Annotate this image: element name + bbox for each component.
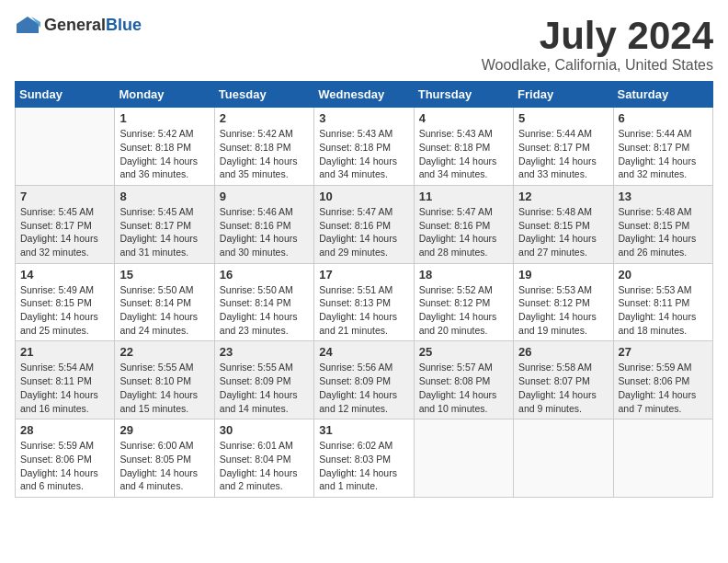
calendar-cell: 19Sunrise: 5:53 AM Sunset: 8:12 PM Dayli… xyxy=(514,263,613,341)
calendar-cell: 29Sunrise: 6:00 AM Sunset: 8:05 PM Dayli… xyxy=(115,419,214,498)
day-number: 26 xyxy=(518,345,608,359)
day-info: Sunrise: 5:43 AM Sunset: 8:18 PM Dayligh… xyxy=(419,127,508,181)
day-info: Sunrise: 5:54 AM Sunset: 8:11 PM Dayligh… xyxy=(20,361,109,415)
day-info: Sunrise: 5:43 AM Sunset: 8:18 PM Dayligh… xyxy=(319,127,408,181)
day-number: 21 xyxy=(20,345,109,359)
calendar-week-2: 7Sunrise: 5:45 AM Sunset: 8:17 PM Daylig… xyxy=(16,185,713,263)
day-number: 3 xyxy=(319,111,408,125)
day-info: Sunrise: 5:44 AM Sunset: 8:17 PM Dayligh… xyxy=(518,127,608,181)
day-number: 17 xyxy=(319,268,408,282)
day-number: 14 xyxy=(20,268,109,282)
day-info: Sunrise: 6:02 AM Sunset: 8:03 PM Dayligh… xyxy=(319,439,408,493)
day-number: 13 xyxy=(619,190,708,203)
calendar-cell: 21Sunrise: 5:54 AM Sunset: 8:11 PM Dayli… xyxy=(16,341,115,419)
day-info: Sunrise: 5:47 AM Sunset: 8:16 PM Dayligh… xyxy=(319,205,408,259)
main-title: July 2024 xyxy=(482,15,713,57)
weekday-header-friday: Friday xyxy=(514,82,613,108)
calendar-cell: 17Sunrise: 5:51 AM Sunset: 8:13 PM Dayli… xyxy=(314,263,414,341)
day-info: Sunrise: 5:42 AM Sunset: 8:18 PM Dayligh… xyxy=(119,127,209,181)
day-number: 5 xyxy=(518,111,608,125)
calendar-cell: 16Sunrise: 5:50 AM Sunset: 8:14 PM Dayli… xyxy=(214,263,313,341)
weekday-header-tuesday: Tuesday xyxy=(214,82,313,108)
calendar-cell: 25Sunrise: 5:57 AM Sunset: 8:08 PM Dayli… xyxy=(414,341,513,419)
day-number: 16 xyxy=(220,268,309,282)
day-number: 25 xyxy=(419,345,508,359)
day-number: 18 xyxy=(419,268,508,282)
day-info: Sunrise: 5:50 AM Sunset: 8:14 PM Dayligh… xyxy=(220,283,309,338)
weekday-header-sunday: Sunday xyxy=(16,82,115,108)
day-number: 12 xyxy=(518,190,608,203)
calendar-cell xyxy=(514,419,613,498)
calendar-cell: 31Sunrise: 6:02 AM Sunset: 8:03 PM Dayli… xyxy=(314,419,414,498)
day-info: Sunrise: 5:59 AM Sunset: 8:06 PM Dayligh… xyxy=(619,361,708,415)
calendar-cell: 18Sunrise: 5:52 AM Sunset: 8:12 PM Dayli… xyxy=(414,263,513,341)
day-number: 27 xyxy=(619,345,708,359)
day-number: 7 xyxy=(20,190,109,203)
logo-blue: Blue xyxy=(106,16,142,34)
calendar-cell: 20Sunrise: 5:53 AM Sunset: 8:11 PM Dayli… xyxy=(613,263,712,341)
calendar-cell: 3Sunrise: 5:43 AM Sunset: 8:18 PM Daylig… xyxy=(314,108,414,186)
calendar-week-4: 21Sunrise: 5:54 AM Sunset: 8:11 PM Dayli… xyxy=(16,341,713,419)
logo: GeneralBlue xyxy=(15,15,142,35)
calendar-body: 1Sunrise: 5:42 AM Sunset: 8:18 PM Daylig… xyxy=(16,108,713,498)
day-info: Sunrise: 5:52 AM Sunset: 8:12 PM Dayligh… xyxy=(419,283,508,338)
calendar-cell: 9Sunrise: 5:46 AM Sunset: 8:16 PM Daylig… xyxy=(214,185,313,263)
title-area: July 2024 Woodlake, California, United S… xyxy=(482,15,713,74)
calendar-cell: 11Sunrise: 5:47 AM Sunset: 8:16 PM Dayli… xyxy=(414,185,513,263)
weekday-header-monday: Monday xyxy=(115,82,214,108)
day-info: Sunrise: 5:48 AM Sunset: 8:15 PM Dayligh… xyxy=(619,205,708,259)
day-number: 9 xyxy=(220,190,309,203)
day-number: 11 xyxy=(419,190,508,203)
day-number: 22 xyxy=(119,345,209,359)
day-info: Sunrise: 5:57 AM Sunset: 8:08 PM Dayligh… xyxy=(419,361,508,415)
calendar-cell: 7Sunrise: 5:45 AM Sunset: 8:17 PM Daylig… xyxy=(16,185,115,263)
calendar-week-3: 14Sunrise: 5:49 AM Sunset: 8:15 PM Dayli… xyxy=(16,263,713,341)
day-number: 29 xyxy=(119,423,209,437)
calendar-cell: 4Sunrise: 5:43 AM Sunset: 8:18 PM Daylig… xyxy=(414,108,513,186)
day-number: 4 xyxy=(419,111,508,125)
calendar-cell: 24Sunrise: 5:56 AM Sunset: 8:09 PM Dayli… xyxy=(314,341,414,419)
weekday-header-thursday: Thursday xyxy=(414,82,513,108)
calendar-cell xyxy=(16,108,115,186)
logo-general: General xyxy=(44,16,106,34)
calendar-cell xyxy=(613,419,712,498)
day-info: Sunrise: 5:46 AM Sunset: 8:16 PM Dayligh… xyxy=(220,205,309,259)
day-number: 31 xyxy=(319,423,408,437)
day-number: 10 xyxy=(319,190,408,203)
weekday-header-saturday: Saturday xyxy=(613,82,712,108)
calendar-week-1: 1Sunrise: 5:42 AM Sunset: 8:18 PM Daylig… xyxy=(16,108,713,186)
day-info: Sunrise: 5:48 AM Sunset: 8:15 PM Dayligh… xyxy=(518,205,608,259)
logo-text: GeneralBlue xyxy=(44,16,142,35)
day-number: 30 xyxy=(220,423,309,437)
calendar-cell: 12Sunrise: 5:48 AM Sunset: 8:15 PM Dayli… xyxy=(514,185,613,263)
day-number: 15 xyxy=(119,268,209,282)
day-info: Sunrise: 5:58 AM Sunset: 8:07 PM Dayligh… xyxy=(518,361,608,415)
day-number: 23 xyxy=(220,345,309,359)
calendar-cell: 23Sunrise: 5:55 AM Sunset: 8:09 PM Dayli… xyxy=(214,341,313,419)
calendar-cell: 15Sunrise: 5:50 AM Sunset: 8:14 PM Dayli… xyxy=(115,263,214,341)
day-info: Sunrise: 6:01 AM Sunset: 8:04 PM Dayligh… xyxy=(220,439,309,493)
day-number: 20 xyxy=(619,268,708,282)
day-number: 1 xyxy=(119,111,209,125)
calendar-cell: 14Sunrise: 5:49 AM Sunset: 8:15 PM Dayli… xyxy=(16,263,115,341)
calendar-cell: 6Sunrise: 5:44 AM Sunset: 8:17 PM Daylig… xyxy=(613,108,712,186)
day-info: Sunrise: 5:44 AM Sunset: 8:17 PM Dayligh… xyxy=(619,127,708,181)
day-info: Sunrise: 5:49 AM Sunset: 8:15 PM Dayligh… xyxy=(20,283,109,338)
day-info: Sunrise: 5:50 AM Sunset: 8:14 PM Dayligh… xyxy=(119,283,209,338)
day-number: 28 xyxy=(20,423,109,437)
day-info: Sunrise: 5:45 AM Sunset: 8:17 PM Dayligh… xyxy=(20,205,109,259)
day-info: Sunrise: 5:51 AM Sunset: 8:13 PM Dayligh… xyxy=(319,283,408,338)
calendar-cell: 10Sunrise: 5:47 AM Sunset: 8:16 PM Dayli… xyxy=(314,185,414,263)
calendar-cell: 8Sunrise: 5:45 AM Sunset: 8:17 PM Daylig… xyxy=(115,185,214,263)
calendar-cell: 2Sunrise: 5:42 AM Sunset: 8:18 PM Daylig… xyxy=(214,108,313,186)
day-info: Sunrise: 5:53 AM Sunset: 8:11 PM Dayligh… xyxy=(619,283,708,338)
calendar-header: SundayMondayTuesdayWednesdayThursdayFrid… xyxy=(16,82,713,108)
calendar-cell: 13Sunrise: 5:48 AM Sunset: 8:15 PM Dayli… xyxy=(613,185,712,263)
day-number: 8 xyxy=(119,190,209,203)
day-info: Sunrise: 5:53 AM Sunset: 8:12 PM Dayligh… xyxy=(518,283,608,338)
calendar-cell: 5Sunrise: 5:44 AM Sunset: 8:17 PM Daylig… xyxy=(514,108,613,186)
header: GeneralBlue July 2024 Woodlake, Californ… xyxy=(15,15,713,74)
subtitle: Woodlake, California, United States xyxy=(482,57,713,74)
calendar-cell: 22Sunrise: 5:55 AM Sunset: 8:10 PM Dayli… xyxy=(115,341,214,419)
day-info: Sunrise: 5:47 AM Sunset: 8:16 PM Dayligh… xyxy=(419,205,508,259)
